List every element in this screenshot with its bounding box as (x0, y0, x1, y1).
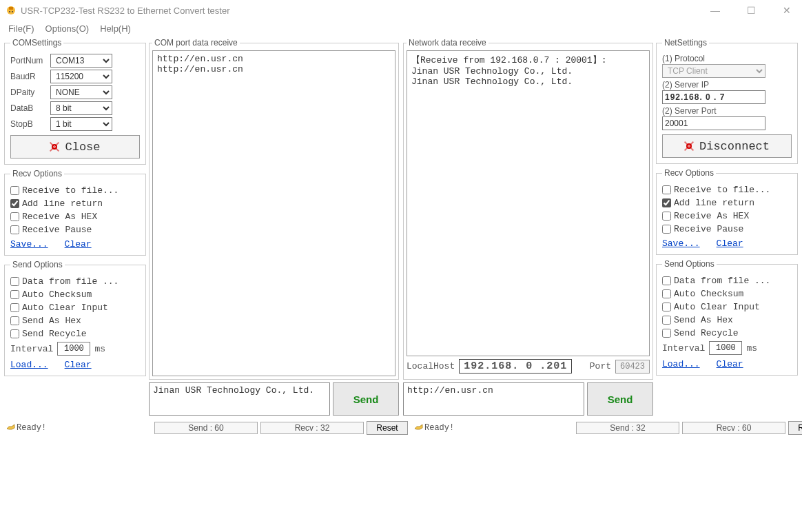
com-recv-pause-label: Receive Pause (22, 225, 92, 235)
connect-icon (50, 142, 59, 152)
net-disconnect-label: Disconnect (699, 140, 770, 153)
com-ready-text: Ready! (17, 423, 46, 433)
send-options-legend: Send Options (10, 260, 65, 269)
net-recv-hex-check[interactable] (662, 212, 671, 221)
net-send-button[interactable]: Send (587, 382, 653, 416)
com-interval-input[interactable] (57, 342, 90, 356)
com-send-fromfile-label: Data from file ... (22, 276, 119, 287)
datab-select[interactable]: 8 bit (50, 101, 112, 115)
com-recv-pause-check[interactable] (10, 225, 19, 234)
net-send-cksum-label: Auto Checksum (674, 289, 743, 299)
stopb-label: StopB (10, 119, 46, 129)
net-interval-unit: ms (746, 343, 757, 354)
maximize-button[interactable]: ☐ (741, 5, 761, 16)
net-send-autoclear-check[interactable] (662, 303, 671, 311)
net-settings-group: NetSettings (1) Protocol TCP Client (2) … (656, 38, 798, 164)
menu-file[interactable]: File(F) (8, 23, 34, 34)
com-receive-area[interactable]: http://en.usr.cn http://en.usr.cn (152, 50, 395, 376)
com-interval-label: Interval (10, 344, 53, 354)
window-buttons: — ☐ ✕ (706, 5, 796, 16)
com-send-recycle-label: Send Recycle (22, 329, 87, 339)
com-recv-addline-label: Add line return (22, 198, 103, 209)
baud-select[interactable]: 115200 (50, 70, 112, 83)
com-send-recycle-check[interactable] (10, 329, 19, 338)
com-interval-unit: ms (94, 344, 105, 354)
com-recv-addline-check[interactable] (10, 199, 19, 208)
net-interval-input[interactable] (709, 341, 742, 355)
net-send-clear-link[interactable]: Clear (717, 359, 743, 369)
minimize-button[interactable]: — (706, 5, 725, 16)
net-recv-count: Recv : 60 (682, 422, 785, 434)
net-recv-legend: Recv Options (662, 168, 716, 178)
connect-icon (684, 141, 694, 151)
net-send-recycle-check[interactable] (662, 329, 671, 338)
com-send-hex-label: Send As Hex (22, 316, 81, 326)
com-recv-hex-check[interactable] (10, 212, 19, 221)
com-send-cksum-check[interactable] (10, 290, 19, 299)
net-send-options-group: Send Options Data from file ... Auto Che… (656, 259, 798, 376)
net-recv-tofile-label: Receive to file... (674, 185, 770, 195)
serverport-input[interactable] (662, 116, 765, 130)
com-recv-tofile-check[interactable] (10, 186, 19, 195)
net-recv-clear-link[interactable]: Clear (717, 238, 743, 249)
serverport-label: (2) Server Port (662, 106, 792, 116)
datab-label: DataB (10, 103, 46, 113)
serverip-input[interactable] (662, 90, 765, 104)
com-send-fromfile-check[interactable] (10, 277, 19, 286)
net-settings-legend: NetSettings (662, 38, 709, 48)
portnum-select[interactable]: COM13 (50, 54, 112, 68)
menu-help[interactable]: Help(H) (100, 23, 131, 34)
net-data-panel: Network data receive 【Receive from 192.1… (403, 38, 653, 380)
stopb-select[interactable]: 1 bit (50, 117, 112, 131)
net-send-legend: Send Options (662, 259, 717, 269)
net-send-fromfile-check[interactable] (662, 276, 671, 285)
net-reset-button[interactable]: Reset (788, 421, 802, 435)
svg-point-2 (9, 11, 10, 12)
com-send-hex-check[interactable] (10, 316, 19, 325)
com-reset-button[interactable]: Reset (367, 421, 408, 435)
net-ready-text: Ready! (424, 423, 454, 433)
com-send-options-group: Send Options Data from file ... Auto Che… (4, 260, 146, 376)
app-icon (6, 5, 17, 16)
menubar: File(F) Options(O) Help(H) (0, 21, 802, 38)
net-recv-save-link[interactable]: Save... (662, 238, 700, 249)
close-window-button[interactable]: ✕ (777, 5, 796, 16)
proto-select[interactable]: TCP Client (662, 64, 765, 78)
com-send-cksum-label: Auto Checksum (22, 289, 92, 300)
net-disconnect-button[interactable]: Disconnect (662, 134, 792, 158)
net-recv-pause-label: Receive Pause (674, 224, 743, 234)
com-send-clear-link[interactable]: Clear (65, 360, 92, 370)
recv-options-legend: Recv Options (10, 169, 64, 178)
com-send-count: Send : 60 (154, 422, 258, 434)
net-receive-area[interactable]: 【Receive from 192.168.0.7 : 20001】: Jina… (407, 50, 650, 356)
com-send-button[interactable]: Send (333, 382, 399, 416)
net-send-hex-label: Send As Hex (674, 315, 733, 325)
net-send-textarea[interactable]: http://en.usr.cn (403, 382, 584, 416)
com-close-button[interactable]: Close (10, 135, 140, 158)
localhost-ip[interactable]: 192.168. 0 .201 (459, 359, 572, 374)
net-send-autoclear-label: Auto Clear Input (674, 302, 760, 312)
com-send-autoclear-check[interactable] (10, 303, 19, 312)
net-send-hex-check[interactable] (662, 316, 671, 325)
net-recv-hex-label: Receive As HEX (674, 211, 749, 221)
com-recv-hex-label: Receive As HEX (22, 212, 97, 222)
net-recv-addline-label: Add line return (674, 198, 754, 208)
com-recv-tofile-label: Receive to file... (22, 185, 119, 196)
com-recv-save-link[interactable]: Save... (10, 239, 48, 249)
com-recv-clear-link[interactable]: Clear (65, 239, 92, 249)
net-data-legend: Network data receive (407, 38, 489, 48)
net-send-cksum-check[interactable] (662, 289, 671, 298)
com-settings-legend: COMSettings (10, 38, 63, 48)
com-send-load-link[interactable]: Load... (10, 360, 48, 370)
net-recv-tofile-check[interactable] (662, 185, 671, 194)
com-send-textarea[interactable]: Jinan USR Technology Co., Ltd. (149, 382, 330, 416)
net-recv-addline-check[interactable] (662, 198, 671, 207)
net-send-count: Send : 32 (576, 422, 679, 434)
net-recv-pause-check[interactable] (662, 225, 671, 234)
com-recv-count: Recv : 32 (260, 422, 364, 434)
net-interval-label: Interval (662, 343, 705, 354)
hand-icon (6, 423, 17, 433)
net-send-load-link[interactable]: Load... (662, 359, 700, 369)
menu-options[interactable]: Options(O) (45, 23, 90, 34)
parity-select[interactable]: NONE (50, 85, 112, 99)
